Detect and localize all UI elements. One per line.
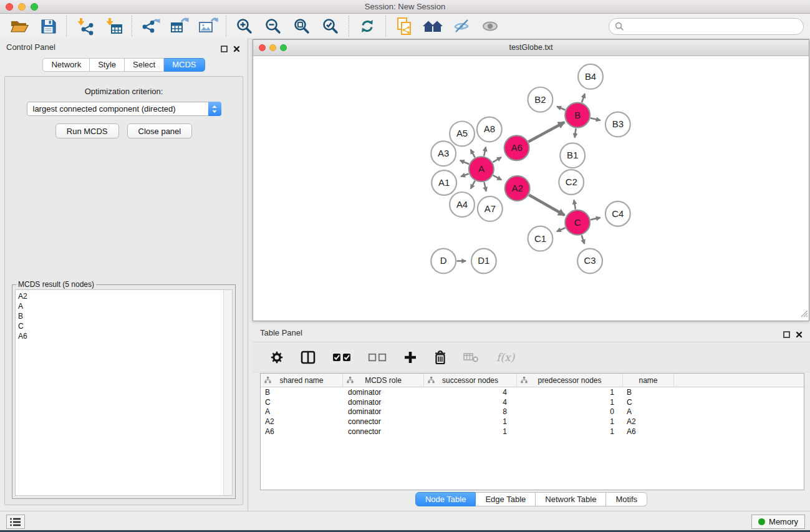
cell-successor-nodes[interactable]: 1 xyxy=(424,427,517,436)
tab-mcds[interactable]: MCDS xyxy=(164,58,205,72)
graph-node-C4[interactable]: C4 xyxy=(605,201,630,226)
tab-style[interactable]: Style xyxy=(90,58,125,72)
cell-successor-nodes[interactable]: 4 xyxy=(424,388,517,397)
zoom-in-button[interactable] xyxy=(233,16,256,36)
graph-node-A5[interactable]: A5 xyxy=(450,122,475,147)
cell-shared-name[interactable]: B xyxy=(261,388,343,397)
graph-node-A6[interactable]: A6 xyxy=(504,135,529,160)
graph-node-B[interactable]: B xyxy=(565,103,590,128)
graph-edge-B-B1[interactable] xyxy=(575,128,576,138)
tab-node-table[interactable]: Node Table xyxy=(415,492,476,506)
tab-motifs[interactable]: Motifs xyxy=(606,492,647,506)
table-row[interactable]: Cdominator41C xyxy=(261,397,804,407)
cell-mcds-role[interactable]: dominator xyxy=(343,388,424,397)
cell-mcds-role[interactable]: connector xyxy=(343,427,424,436)
table-row[interactable]: Adominator80A xyxy=(261,407,804,417)
graph-edge-A-A5[interactable] xyxy=(471,150,475,158)
delete-entry-button[interactable] xyxy=(434,350,446,365)
refresh-view-button[interactable] xyxy=(356,16,378,36)
cell-predecessor-nodes[interactable]: 1 xyxy=(517,427,623,436)
export-image-button[interactable] xyxy=(196,16,219,36)
graph-edge-A-A2[interactable] xyxy=(493,175,501,180)
cell-predecessor-nodes[interactable]: 1 xyxy=(517,417,623,426)
cell-name[interactable]: A2 xyxy=(623,417,674,426)
table-row[interactable]: A2connector11A2 xyxy=(261,417,804,427)
graph-node-C2[interactable]: C2 xyxy=(559,170,584,195)
graph-node-A3[interactable]: A3 xyxy=(431,141,456,166)
mcds-result-list[interactable]: A2ABCA6 xyxy=(15,289,233,496)
column-header-mcds-role[interactable]: MCDS role xyxy=(343,374,424,387)
graph-edge-C-C3[interactable] xyxy=(582,235,584,244)
graph-node-A[interactable]: A xyxy=(469,157,494,181)
table-settings-button[interactable] xyxy=(270,351,284,364)
graph-edge-A-A1[interactable] xyxy=(461,174,469,177)
table-row[interactable]: A6connector11A6 xyxy=(261,427,804,437)
cell-successor-nodes[interactable]: 8 xyxy=(424,407,517,416)
graph-edge-A6-B[interactable] xyxy=(528,122,564,142)
task-list-button[interactable] xyxy=(6,515,25,529)
close-panel-icon[interactable] xyxy=(233,44,240,55)
mcds-result-item[interactable]: C xyxy=(16,321,232,331)
cell-mcds-role[interactable]: dominator xyxy=(343,407,424,416)
float-table-panel-icon[interactable] xyxy=(783,329,790,341)
column-header-predecessor-nodes[interactable]: predecessor nodes xyxy=(517,374,623,387)
cell-name[interactable]: A xyxy=(623,407,674,416)
table-row[interactable]: Bdominator41B xyxy=(261,387,804,397)
graph-edge-B-B3[interactable] xyxy=(591,118,600,120)
copy-network-document-button[interactable] xyxy=(393,16,415,36)
export-network-button[interactable] xyxy=(139,16,162,36)
import-network-button[interactable] xyxy=(74,16,96,36)
float-panel-icon[interactable] xyxy=(221,44,228,55)
graph-node-A2[interactable]: A2 xyxy=(505,176,530,201)
graph-node-B3[interactable]: B3 xyxy=(605,112,630,137)
graph-node-A7[interactable]: A7 xyxy=(478,196,503,221)
graph-node-A8[interactable]: A8 xyxy=(477,117,502,142)
run-mcds-button[interactable]: Run MCDS xyxy=(55,123,119,138)
cell-shared-name[interactable]: A6 xyxy=(261,427,343,436)
cell-mcds-role[interactable]: dominator xyxy=(343,398,424,407)
tab-network[interactable]: Network xyxy=(42,58,90,72)
network-window-titlebar[interactable]: testGlobe.txt xyxy=(253,40,809,56)
graph-edge-C-C2[interactable] xyxy=(574,200,576,210)
network-canvas[interactable]: B4B2BB3A5A8A6A3B1AA1C2A2A4A7C4CC1C3DD1 xyxy=(253,56,809,321)
cell-mcds-role[interactable]: connector xyxy=(343,417,424,426)
cell-name[interactable]: B xyxy=(623,388,674,397)
export-table-button[interactable] xyxy=(168,16,190,36)
cell-shared-name[interactable]: C xyxy=(261,398,343,407)
open-session-button[interactable] xyxy=(8,16,31,36)
cell-successor-nodes[interactable]: 1 xyxy=(424,417,517,426)
tab-network-table[interactable]: Network Table xyxy=(536,492,606,506)
zoom-out-button[interactable] xyxy=(262,16,284,36)
graph-edge-A-A7[interactable] xyxy=(484,182,486,191)
cell-successor-nodes[interactable]: 4 xyxy=(424,398,517,407)
graph-edge-A-A4[interactable] xyxy=(471,181,475,189)
cell-predecessor-nodes[interactable]: 1 xyxy=(517,398,623,407)
search-input[interactable] xyxy=(627,21,798,32)
cell-predecessor-nodes[interactable]: 1 xyxy=(517,388,623,397)
cell-name[interactable]: C xyxy=(623,398,674,407)
graph-node-B1[interactable]: B1 xyxy=(560,143,585,168)
graph-node-A4[interactable]: A4 xyxy=(450,192,475,217)
graph-edge-A-A3[interactable] xyxy=(460,160,469,164)
import-table-button[interactable] xyxy=(102,16,125,36)
home-layout-button[interactable] xyxy=(422,16,444,36)
graph-node-C[interactable]: C xyxy=(565,210,590,235)
graph-node-D1[interactable]: D1 xyxy=(471,249,496,274)
column-header-name[interactable]: name xyxy=(623,374,674,387)
graph-edge-B-B4[interactable] xyxy=(582,94,585,102)
resize-grip-icon[interactable] xyxy=(799,309,808,320)
node-table[interactable]: shared nameMCDS rolesuccessor nodesprede… xyxy=(260,373,804,490)
graph-edge-A2-C[interactable] xyxy=(529,195,564,215)
graph-node-B2[interactable]: B2 xyxy=(528,87,553,112)
hide-selected-button[interactable] xyxy=(450,16,473,36)
column-header-successor-nodes[interactable]: successor nodes xyxy=(424,374,517,387)
save-session-button[interactable] xyxy=(37,16,59,36)
criterion-dropdown[interactable]: largest connected component (directed) xyxy=(27,102,221,116)
graph-node-C3[interactable]: C3 xyxy=(577,249,602,274)
mcds-result-item[interactable]: A2 xyxy=(16,291,232,301)
graph-edge-C-C1[interactable] xyxy=(557,228,566,231)
graph-node-C1[interactable]: C1 xyxy=(528,226,553,251)
zoom-selected-button[interactable] xyxy=(319,16,342,36)
mcds-result-item[interactable]: A xyxy=(16,301,232,311)
select-all-button[interactable] xyxy=(332,352,351,362)
